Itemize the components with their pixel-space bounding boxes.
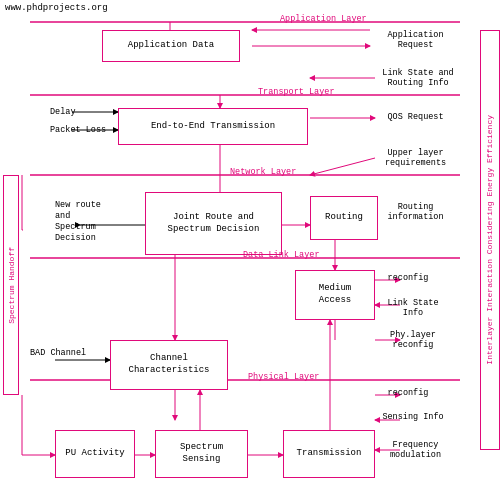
network-layer-label: Network Layer bbox=[230, 167, 296, 177]
transmission-box: Transmission bbox=[283, 430, 375, 478]
datalink-layer-label: Data Link Layer bbox=[243, 250, 320, 260]
qos-request-label: QOS Request bbox=[378, 112, 453, 122]
svg-line-12 bbox=[310, 158, 375, 175]
phy-reconfig-label: Phy.layer reconfig bbox=[378, 330, 448, 350]
physical-layer-label: Physical Layer bbox=[248, 372, 319, 382]
sensing-info-label: Sensing Info bbox=[378, 412, 448, 422]
link-state-routing-label: Link State and Routing Info bbox=[378, 68, 458, 88]
left-bar-label: Spectrum Handoff bbox=[7, 247, 16, 324]
freq-mod-label: Frequency modulation bbox=[378, 440, 453, 460]
upper-layer-label: Upper layer requirements bbox=[378, 148, 453, 168]
application-layer-label: Application Layer bbox=[280, 14, 367, 24]
right-interaction-bar: Interlayer Interaction Considering Energ… bbox=[480, 30, 500, 450]
new-route-label: New route and Spectrum Decision bbox=[55, 200, 135, 244]
bad-channel-label: BAD Channel bbox=[30, 348, 100, 358]
link-state-info-label: Link State Info bbox=[378, 298, 448, 318]
application-data-box: Application Data bbox=[102, 30, 240, 62]
reconfig1-label: reconfig bbox=[378, 273, 438, 283]
routing-info-label: Routing information bbox=[378, 202, 453, 222]
joint-route-box: Joint Route and Spectrum Decision bbox=[145, 192, 282, 255]
reconfig2-label: reconfig bbox=[378, 388, 438, 398]
medium-access-box: Medium Access bbox=[295, 270, 375, 320]
website-label: www.phdprojects.org bbox=[5, 3, 108, 13]
right-bar-label: Interlayer Interaction Considering Energ… bbox=[485, 115, 495, 365]
packet-loss-label: Packet Loss bbox=[50, 125, 115, 135]
transport-layer-label: Transport Layer bbox=[258, 87, 335, 97]
channel-char-box: Channel Characteristics bbox=[110, 340, 228, 390]
routing-box: Routing bbox=[310, 196, 378, 240]
spectrum-sensing-box: Spectrum Sensing bbox=[155, 430, 248, 478]
delay-label: Delay bbox=[50, 107, 110, 117]
pu-activity-box: PU Activity bbox=[55, 430, 135, 478]
end-to-end-box: End-to-End Transmission bbox=[118, 108, 308, 145]
left-spectrum-bar: Spectrum Handoff bbox=[3, 175, 19, 395]
application-request-label: Application Request bbox=[378, 30, 453, 50]
